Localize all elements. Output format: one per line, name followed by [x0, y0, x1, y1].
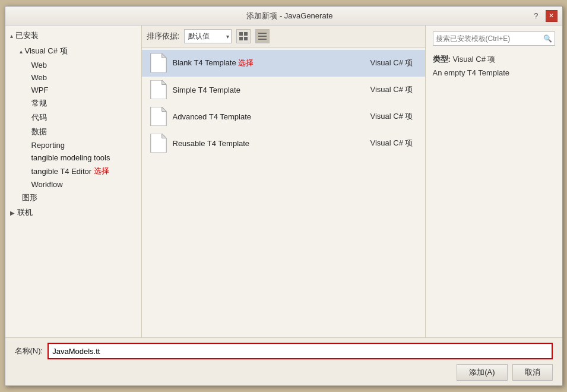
sidebar-lianji-header[interactable]: ▶ 联机 [5, 205, 141, 220]
title-controls: ? ✕ [534, 10, 557, 22]
svg-marker-14 [161, 134, 166, 138]
advanced-t4-category: Visual C# 项 [370, 111, 413, 122]
simple-t4-name: Simple T4 Template [173, 86, 370, 94]
installed-label: 已安装 [15, 30, 39, 41]
dialog: 添加新项 - JavaGenerate ? ✕ ▴ 已安装 ▴ Visual C… [5, 6, 563, 386]
svg-rect-0 [239, 32, 243, 36]
search-bar: 🔍 [433, 31, 555, 46]
dialog-title: 添加新项 - JavaGenerate [46, 11, 534, 21]
lianji-label: 联机 [17, 207, 33, 218]
sidebar-item-workflow[interactable]: Workflow [15, 178, 141, 191]
close-button[interactable]: ✕ [546, 10, 558, 22]
visual-csharp-arrow: ▴ [20, 48, 23, 55]
add-button[interactable]: 添加(A) [457, 364, 507, 381]
help-button[interactable]: ? [534, 11, 538, 20]
description: An empty T4 Template [433, 68, 555, 77]
reusable-t4-name: Reusable T4 Template [173, 139, 370, 148]
sidebar-item-windows-forms[interactable]: Web [15, 71, 141, 84]
sidebar-item-tuxing[interactable]: 图形 [5, 191, 141, 205]
type-row: 类型: Visual C# 项 [433, 54, 555, 65]
grid-view-button[interactable] [236, 29, 251, 43]
sort-select-wrap: 默认值 名称 类型 [184, 29, 232, 43]
sidebar-installed-header[interactable]: ▴ 已安装 [5, 28, 141, 43]
svg-rect-1 [244, 32, 248, 36]
title-bar: 添加新项 - JavaGenerate ? ✕ [5, 7, 562, 26]
dialog-body: ▴ 已安装 ▴ Visual C# 项 Web Web WPF 常规 代码 数据… [5, 26, 562, 337]
cancel-button[interactable]: 取消 [512, 364, 553, 381]
search-input[interactable] [436, 34, 541, 43]
action-row: 添加(A) 取消 [15, 364, 553, 381]
type-value: Visual C# 项 [452, 55, 495, 64]
sidebar: ▴ 已安装 ▴ Visual C# 项 Web Web WPF 常规 代码 数据… [5, 26, 142, 337]
svg-rect-5 [258, 36, 267, 37]
reusable-t4-category: Visual C# 项 [370, 138, 413, 148]
sort-label: 排序依据: [147, 31, 180, 42]
sidebar-item-data[interactable]: 数据 [15, 125, 141, 139]
search-icon[interactable]: 🔍 [543, 34, 552, 43]
visual-csharp-label: Visual C# 项 [25, 46, 68, 56]
blank-t4-name: Blank T4 Template 选择 [173, 58, 370, 68]
list-item-reusable-t4[interactable]: Reusable T4 Template Visual C# 项 [142, 130, 425, 157]
main-content: 排序依据: 默认值 名称 类型 [142, 26, 426, 337]
svg-marker-8 [161, 53, 166, 58]
svg-marker-12 [161, 107, 166, 112]
sidebar-visual-csharp-section: ▴ Visual C# 项 Web Web WPF 常规 代码 数据 Repor… [5, 43, 141, 191]
sidebar-item-tangible-editor[interactable]: tangible T4 Editor 选择 [15, 164, 141, 178]
tangible-editor-select-tag[interactable]: 选择 [94, 166, 109, 176]
list-item-blank-t4[interactable]: Blank T4 Template 选择 Visual C# 项 [142, 50, 425, 77]
installed-arrow: ▴ [10, 33, 13, 39]
list-view-button[interactable] [255, 29, 270, 43]
blank-t4-select-tag[interactable]: 选择 [238, 58, 254, 67]
svg-rect-2 [239, 37, 243, 40]
name-row: 名称(N): [15, 343, 553, 359]
reusable-t4-icon [149, 134, 168, 153]
sidebar-item-normal[interactable]: 常规 [15, 96, 141, 110]
sort-select[interactable]: 默认值 名称 类型 [184, 29, 232, 43]
lianji-arrow: ▶ [10, 210, 15, 216]
simple-t4-category: Visual C# 项 [370, 84, 413, 95]
name-label: 名称(N): [15, 346, 43, 356]
items-list: Blank T4 Template 选择 Visual C# 项 Simple … [142, 48, 425, 337]
bottom-bar: 名称(N): 添加(A) 取消 [5, 337, 562, 385]
name-input[interactable] [47, 343, 552, 359]
svg-rect-3 [244, 37, 248, 40]
svg-marker-10 [161, 80, 166, 85]
tangible-editor-label: tangible T4 Editor [31, 167, 92, 176]
right-panel: 🔍 类型: Visual C# 项 An empty T4 Template [426, 26, 562, 337]
sidebar-item-reporting[interactable]: Reporting [15, 139, 141, 151]
sidebar-item-wpf[interactable]: WPF [15, 84, 141, 96]
sidebar-item-web[interactable]: Web [15, 59, 141, 71]
sidebar-visual-csharp-header[interactable]: ▴ Visual C# 项 [15, 43, 141, 59]
svg-rect-4 [258, 33, 267, 34]
list-item-advanced-t4[interactable]: Advanced T4 Template Visual C# 项 [142, 103, 425, 130]
blank-t4-icon [149, 53, 168, 72]
blank-t4-category: Visual C# 项 [370, 58, 413, 68]
sidebar-item-tangible-modeling[interactable]: tangible modeling tools [15, 151, 141, 164]
type-label: 类型: [433, 55, 451, 64]
list-item-simple-t4[interactable]: Simple T4 Template Visual C# 项 [142, 77, 425, 103]
toolbar: 排序依据: 默认值 名称 类型 [142, 26, 425, 48]
svg-rect-6 [258, 39, 267, 40]
advanced-t4-name: Advanced T4 Template [173, 112, 370, 121]
sidebar-item-code[interactable]: 代码 [15, 110, 141, 125]
simple-t4-icon [149, 80, 168, 99]
advanced-t4-icon [149, 107, 168, 126]
